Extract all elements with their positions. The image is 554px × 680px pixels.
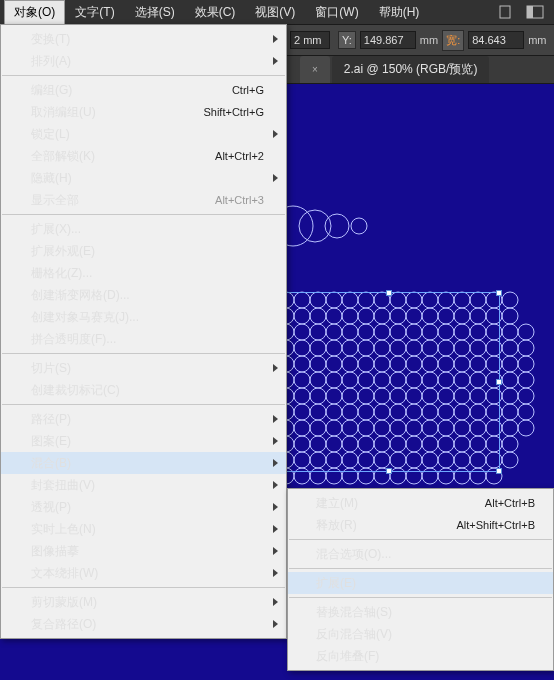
svg-point-36 (502, 308, 518, 324)
menu-item[interactable]: 复合路径(O) (1, 613, 286, 635)
menu-window[interactable]: 窗口(W) (305, 0, 368, 25)
menu-item[interactable]: 建立(M)Alt+Ctrl+B (288, 492, 553, 514)
menu-item-label: 混合选项(O)... (316, 546, 391, 563)
menu-item[interactable]: 创建对象马赛克(J)... (1, 306, 286, 328)
submenu-arrow-icon (273, 35, 278, 43)
svg-point-84 (518, 356, 534, 372)
svg-point-52 (518, 324, 534, 340)
tab-label: 2.ai @ 150% (RGB/预览) (344, 61, 478, 78)
menu-item[interactable]: 文本绕排(W) (1, 562, 286, 584)
doc-icon[interactable] (492, 2, 518, 22)
menu-effect[interactable]: 效果(C) (185, 0, 246, 25)
menu-item-label: 路径(P) (31, 411, 71, 428)
menu-item-label: 创建裁切标记(C) (31, 382, 120, 399)
svg-point-67 (502, 340, 518, 356)
menu-item[interactable]: 创建渐变网格(D)... (1, 284, 286, 306)
menu-item-label: 复合路径(O) (31, 616, 96, 633)
menu-view[interactable]: 视图(V) (245, 0, 305, 25)
menu-item[interactable]: 反向混合轴(V) (288, 623, 553, 645)
menu-item-label: 反向堆叠(F) (316, 648, 379, 665)
menu-object[interactable]: 对象(O) (4, 0, 65, 25)
menu-item[interactable]: 图像描摹 (1, 540, 286, 562)
tab-inactive[interactable]: × (300, 56, 330, 83)
menu-item-label: 全部解锁(K) (31, 148, 95, 165)
handle-tc[interactable] (386, 290, 392, 296)
menu-item-label: 栅格化(Z)... (31, 265, 92, 282)
menu-item-label: 建立(M) (316, 495, 358, 512)
shortcut: Alt+Shift+Ctrl+B (456, 519, 535, 531)
menu-item[interactable]: 释放(R)Alt+Shift+Ctrl+B (288, 514, 553, 536)
menu-item-label: 实时上色(N) (31, 521, 96, 538)
menu-item-label: 隐藏(H) (31, 170, 72, 187)
menu-item[interactable]: 混合(B) (1, 452, 286, 474)
menu-item[interactable]: 锁定(L) (1, 123, 286, 145)
svg-point-99 (502, 372, 518, 388)
menu-item-label: 释放(R) (316, 517, 357, 534)
menu-type[interactable]: 文字(T) (65, 0, 124, 25)
menu-item[interactable]: 封套扭曲(V) (1, 474, 286, 496)
menu-item[interactable]: 全部解锁(K)Alt+Ctrl+2 (1, 145, 286, 167)
x-input[interactable] (290, 31, 330, 49)
menu-item[interactable]: 栅格化(Z)... (1, 262, 286, 284)
submenu-arrow-icon (273, 547, 278, 555)
menu-item[interactable]: 排列(A) (1, 50, 286, 72)
menu-item-label: 显示全部 (31, 192, 79, 209)
menu-item[interactable]: 实时上色(N) (1, 518, 286, 540)
menu-help[interactable]: 帮助(H) (369, 0, 430, 25)
submenu-arrow-icon (273, 174, 278, 182)
handle-br[interactable] (496, 468, 502, 474)
handle-tr[interactable] (496, 290, 502, 296)
menu-item[interactable]: 创建裁切标记(C) (1, 379, 286, 401)
w-input[interactable] (468, 31, 524, 49)
menu-item[interactable]: 取消编组(U)Shift+Ctrl+G (1, 101, 286, 123)
svg-point-6 (351, 218, 367, 234)
menu-item-label: 切片(S) (31, 360, 71, 377)
submenu-arrow-icon (273, 57, 278, 65)
menu-item[interactable]: 隐藏(H) (1, 167, 286, 189)
selection-bounds[interactable] (278, 292, 500, 472)
menu-item[interactable]: 拼合透明度(F)... (1, 328, 286, 350)
menu-item-label: 图案(E) (31, 433, 71, 450)
menu-item[interactable]: 扩展(X)... (1, 218, 286, 240)
svg-point-83 (502, 356, 518, 372)
svg-point-4 (299, 210, 331, 242)
handle-bc[interactable] (386, 468, 392, 474)
svg-point-131 (502, 404, 518, 420)
menu-select[interactable]: 选择(S) (125, 0, 185, 25)
close-icon[interactable]: × (312, 64, 318, 75)
menu-item[interactable]: 图案(E) (1, 430, 286, 452)
handle-mr[interactable] (496, 379, 502, 385)
menubar: 对象(O) 文字(T) 选择(S) 效果(C) 视图(V) 窗口(W) 帮助(H… (0, 0, 554, 24)
shortcut: Shift+Ctrl+G (203, 106, 264, 118)
svg-point-163 (502, 436, 518, 452)
menu-item-label: 扩展外观(E) (31, 243, 95, 260)
menu-item[interactable]: 剪切蒙版(M) (1, 591, 286, 613)
menu-item[interactable]: 编组(G)Ctrl+G (1, 79, 286, 101)
y-label: Y: (338, 31, 356, 49)
menu-item-label: 替换混合轴(S) (316, 604, 392, 621)
menu-item[interactable]: 反向堆叠(F) (288, 645, 553, 667)
menu-item-label: 取消编组(U) (31, 104, 96, 121)
menu-item[interactable]: 路径(P) (1, 408, 286, 430)
menu-item[interactable]: 扩展(E) (288, 572, 553, 594)
blend-submenu: 建立(M)Alt+Ctrl+B释放(R)Alt+Shift+Ctrl+B混合选项… (287, 488, 554, 671)
y-input[interactable] (360, 31, 416, 49)
menu-item[interactable]: 变换(T) (1, 28, 286, 50)
menu-item-label: 排列(A) (31, 53, 71, 70)
menu-item-label: 封套扭曲(V) (31, 477, 95, 494)
svg-point-5 (325, 214, 349, 238)
menu-item[interactable]: 透视(P) (1, 496, 286, 518)
svg-point-115 (502, 388, 518, 404)
menu-item-label: 剪切蒙版(M) (31, 594, 97, 611)
layout-icon[interactable] (522, 2, 548, 22)
w-unit: mm (528, 34, 546, 46)
menu-item[interactable]: 切片(S) (1, 357, 286, 379)
svg-point-148 (518, 420, 534, 436)
tab-active[interactable]: 2.ai @ 150% (RGB/预览) (332, 56, 490, 83)
menu-item-label: 锁定(L) (31, 126, 70, 143)
menu-item-label: 编组(G) (31, 82, 72, 99)
submenu-arrow-icon (273, 598, 278, 606)
menu-item[interactable]: 混合选项(O)... (288, 543, 553, 565)
menu-item-label: 文本绕排(W) (31, 565, 98, 582)
shortcut: Alt+Ctrl+B (485, 497, 535, 509)
